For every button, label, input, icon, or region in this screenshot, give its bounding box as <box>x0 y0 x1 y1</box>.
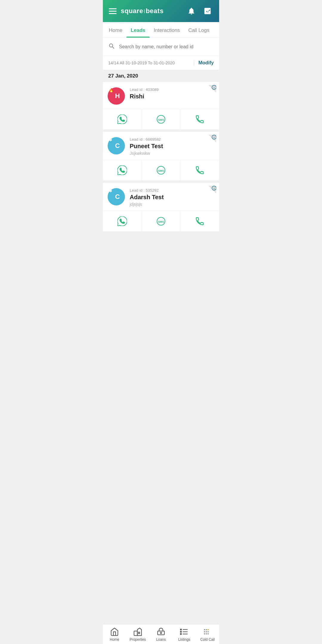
lead-info: Lead id : 403089 Rishi <box>130 87 214 101</box>
lead-info: Lead id : 535292 Adarsh Test jdjsjsjs <box>130 188 214 207</box>
app-logo: square⌇beats <box>121 7 164 15</box>
lead-card-top: ❄ C Lead id : 6669582 Puneet Test Jsjkwk… <box>103 132 219 160</box>
hamburger-menu[interactable] <box>109 8 117 14</box>
app-header: square⌇beats <box>103 0 219 22</box>
avatar-letter: C <box>115 193 120 201</box>
lead-card-top: 🔥 H Lead id : 403089 Rishi i <box>103 82 219 109</box>
lead-sub: Jsjkwkwkw <box>130 151 214 156</box>
svg-text:SMS: SMS <box>158 220 164 223</box>
bell-icon <box>187 7 196 15</box>
call-button[interactable] <box>181 109 219 129</box>
filter-text: 14/14 All 31-10-2019 To 31-01-2020 <box>108 61 175 65</box>
svg-text:SMS: SMS <box>158 169 164 172</box>
whatsapp-button[interactable] <box>103 160 142 180</box>
lead-actions: SMS <box>103 160 219 180</box>
avatar-letter: H <box>115 92 120 100</box>
main-content: 27 Jan, 2020 🔥 H Lead id : 403089 Rishi … <box>103 70 219 258</box>
lead-name: Adarsh Test <box>130 194 214 201</box>
lead-actions: SMS <box>103 211 219 231</box>
sms-button[interactable]: SMS <box>142 109 180 129</box>
lead-name: Rishi <box>130 93 214 100</box>
lead-id: Lead id : 403089 <box>130 87 214 92</box>
avatar-letter: C <box>115 142 120 150</box>
lead-actions: SMS <box>103 109 219 129</box>
info-badge[interactable]: i <box>208 186 216 193</box>
notification-button[interactable] <box>186 5 197 17</box>
report-button[interactable] <box>202 5 213 17</box>
header-logo-group: square⌇beats <box>109 7 164 15</box>
tab-home[interactable]: Home <box>105 22 126 38</box>
sms-button[interactable]: SMS <box>142 160 180 180</box>
svg-text:SMS: SMS <box>158 118 164 121</box>
search-icon <box>108 43 115 51</box>
lead-info: Lead id : 6669582 Puneet Test Jsjkwkwkw <box>130 137 214 156</box>
filter-bar: 14/14 All 31-10-2019 To 31-01-2020 Modif… <box>103 56 219 70</box>
lead-name: Puneet Test <box>130 143 214 150</box>
info-badge[interactable]: i <box>208 85 216 93</box>
lead-id: Lead id : 535292 <box>130 188 214 193</box>
lead-card: ❄ C Lead id : 6669582 Puneet Test Jsjkwk… <box>103 132 219 180</box>
nav-tabs: Home Leads Interactions Call Logs <box>103 22 219 38</box>
call-button[interactable] <box>181 211 219 231</box>
tab-leads[interactable]: Leads <box>126 22 149 38</box>
info-badge[interactable]: i <box>208 135 216 143</box>
header-actions <box>186 5 213 17</box>
call-button[interactable] <box>181 160 219 180</box>
search-input[interactable] <box>119 44 214 49</box>
date-group: 27 Jan, 2020 <box>103 70 219 82</box>
lead-card: 🔥 H Lead id : 403089 Rishi i <box>103 82 219 129</box>
svg-text:i: i <box>214 136 215 139</box>
tab-interactions[interactable]: Interactions <box>150 22 184 38</box>
lead-card: ❄ C Lead id : 535292 Adarsh Test jdjsjsj… <box>103 183 219 231</box>
avatar: ❄ C <box>108 188 125 205</box>
date-label: 27 Jan, 2020 <box>108 73 138 79</box>
whatsapp-button[interactable] <box>103 109 142 129</box>
whatsapp-button[interactable] <box>103 211 142 231</box>
svg-text:i: i <box>214 86 215 89</box>
avatar: ❄ C <box>108 137 125 154</box>
svg-text:i: i <box>214 187 215 190</box>
report-clock-icon <box>203 7 212 15</box>
logo-wave: ⌇ <box>143 9 146 14</box>
sms-button[interactable]: SMS <box>142 211 180 231</box>
lead-sub: jdjsjsjs <box>130 202 214 207</box>
lead-card-top: ❄ C Lead id : 535292 Adarsh Test jdjsjsj… <box>103 183 219 211</box>
search-bar <box>103 38 219 56</box>
modify-button[interactable]: Modify <box>194 60 214 66</box>
tab-call-logs[interactable]: Call Logs <box>184 22 213 38</box>
avatar: 🔥 H <box>108 87 125 105</box>
lead-id: Lead id : 6669582 <box>130 137 214 142</box>
